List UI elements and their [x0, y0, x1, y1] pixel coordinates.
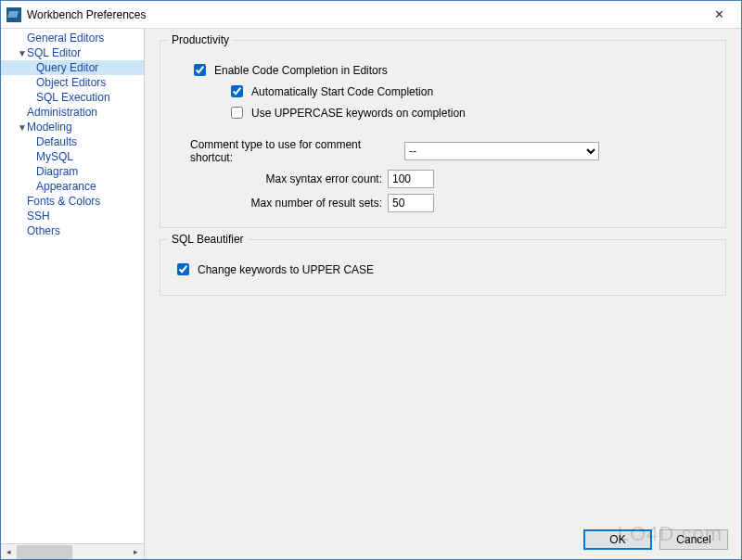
uppercase-checkbox[interactable]	[231, 107, 243, 119]
sidebar-scrollbar[interactable]: ◂ ▸	[1, 543, 144, 559]
beautifier-legend: SQL Beautifier	[168, 233, 248, 246]
auto-start-row: Automatically Start Code Completion	[227, 83, 712, 100]
sidebar-item-label: Administration	[27, 106, 97, 119]
productivity-group: Productivity Enable Code Completion in E…	[160, 40, 726, 228]
sidebar: General Editors▼SQL EditorQuery EditorOb…	[1, 29, 145, 559]
max-syntax-label: Max syntax error count:	[173, 172, 382, 185]
titlebar: Workbench Preferences ✕	[1, 1, 741, 29]
close-button[interactable]: ✕	[702, 2, 736, 28]
auto-start-label[interactable]: Automatically Start Code Completion	[251, 85, 433, 98]
window-title: Workbench Preferences	[27, 8, 702, 21]
max-results-row: Max number of result sets:	[173, 194, 712, 212]
beautifier-upper-row: Change keywords to UPPER CASE	[173, 261, 712, 278]
beautifier-upper-checkbox[interactable]	[177, 263, 189, 275]
scroll-track[interactable]	[17, 545, 128, 559]
sidebar-item-label: Object Editors	[36, 76, 106, 89]
sidebar-item-label: Others	[27, 224, 60, 237]
sidebar-item-label: General Editors	[27, 32, 104, 45]
comment-type-label: Comment type to use for comment shortcut…	[190, 138, 399, 164]
sidebar-item-general-editors[interactable]: General Editors	[1, 31, 144, 45]
sidebar-item-label: SQL Execution	[36, 91, 110, 104]
sidebar-item-diagram[interactable]: Diagram	[1, 164, 144, 179]
sidebar-tree: General Editors▼SQL EditorQuery EditorOb…	[1, 29, 144, 543]
sidebar-item-label: MySQL	[36, 150, 73, 163]
sidebar-item-sql-execution[interactable]: SQL Execution	[1, 90, 144, 105]
sidebar-item-label: Modeling	[27, 121, 72, 134]
sidebar-item-label: SSH	[27, 210, 50, 223]
sidebar-item-label: Appearance	[36, 180, 96, 193]
uppercase-row: Use UPPERCASE keywords on completion	[227, 104, 712, 121]
scroll-left-button[interactable]: ◂	[1, 545, 17, 559]
max-results-input[interactable]	[388, 194, 434, 212]
enable-cc-row: Enable Code Completion in Editors	[190, 61, 712, 79]
content-panel: Productivity Enable Code Completion in E…	[145, 29, 741, 559]
sidebar-item-mysql[interactable]: MySQL	[1, 149, 144, 164]
comment-type-row: Comment type to use for comment shortcut…	[173, 138, 712, 164]
window-body: General Editors▼SQL EditorQuery EditorOb…	[1, 29, 741, 559]
sidebar-item-appearance[interactable]: Appearance	[1, 179, 144, 194]
sidebar-item-sql-editor[interactable]: ▼SQL Editor	[1, 45, 144, 60]
comment-type-select[interactable]: --	[404, 142, 599, 160]
sidebar-item-query-editor[interactable]: Query Editor	[1, 60, 144, 75]
sidebar-item-label: Fonts & Colors	[27, 195, 100, 208]
sidebar-item-modeling[interactable]: ▼Modeling	[1, 120, 144, 134]
tree-arrow-icon: ▼	[18, 47, 27, 60]
scroll-right-button[interactable]: ▸	[128, 545, 144, 559]
sidebar-item-label: Query Editor	[36, 61, 98, 74]
max-syntax-input[interactable]	[388, 170, 434, 188]
max-syntax-row: Max syntax error count:	[173, 170, 712, 188]
enable-cc-checkbox[interactable]	[194, 64, 206, 76]
ok-button[interactable]: OK	[583, 529, 652, 550]
app-icon	[6, 7, 21, 22]
tree-arrow-icon: ▼	[18, 121, 27, 134]
sidebar-item-label: SQL Editor	[27, 46, 81, 59]
preferences-window: Workbench Preferences ✕ General Editors▼…	[0, 0, 742, 560]
sidebar-item-administration[interactable]: Administration	[1, 105, 144, 120]
beautifier-upper-label[interactable]: Change keywords to UPPER CASE	[198, 263, 374, 276]
productivity-legend: Productivity	[168, 33, 233, 46]
dialog-footer: OK Cancel	[583, 529, 728, 550]
beautifier-group: SQL Beautifier Change keywords to UPPER …	[160, 239, 726, 296]
sidebar-item-object-editors[interactable]: Object Editors	[1, 75, 144, 90]
sidebar-item-others[interactable]: Others	[1, 223, 144, 238]
sidebar-item-label: Diagram	[36, 165, 78, 178]
auto-start-checkbox[interactable]	[231, 85, 243, 97]
enable-cc-label[interactable]: Enable Code Completion in Editors	[214, 64, 388, 77]
scroll-thumb[interactable]	[17, 545, 72, 559]
sidebar-item-defaults[interactable]: Defaults	[1, 134, 144, 149]
sidebar-item-label: Defaults	[36, 135, 77, 148]
sidebar-item-ssh[interactable]: SSH	[1, 209, 144, 223]
uppercase-label[interactable]: Use UPPERCASE keywords on completion	[251, 107, 466, 120]
max-results-label: Max number of result sets:	[173, 197, 382, 210]
cancel-button[interactable]: Cancel	[659, 529, 728, 550]
sidebar-item-fonts-colors[interactable]: Fonts & Colors	[1, 194, 144, 209]
